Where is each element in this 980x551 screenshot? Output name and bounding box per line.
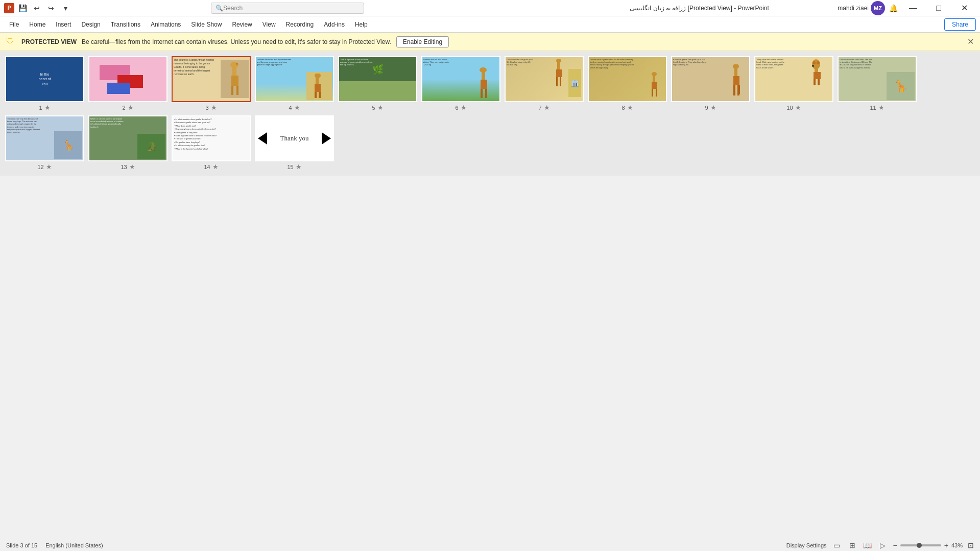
slide-wrapper-10: "They have two horns on their head. With…	[754, 56, 833, 111]
svg-rect-22	[652, 82, 657, 89]
slide-wrapper-11: Giraffes have an oiled skin. The skin is…	[838, 56, 917, 111]
window-title: 🔍	[211, 3, 625, 14]
slide-star-6[interactable]: ★	[461, 104, 467, 111]
slide-star-15[interactable]: ★	[296, 163, 302, 171]
search-bar[interactable]: 🔍	[211, 3, 364, 14]
menu-view[interactable]: View	[257, 19, 281, 30]
svg-rect-34	[814, 79, 816, 85]
menu-transitions[interactable]: Transitions	[106, 19, 146, 30]
undo-button[interactable]: ↩	[31, 2, 43, 14]
slide-num-row-5: 5 ★	[372, 104, 383, 111]
slide-star-8[interactable]: ★	[627, 104, 633, 111]
close-protected-bar-button[interactable]: ✕	[967, 37, 974, 46]
svg-rect-3	[236, 86, 238, 95]
slide-star-4[interactable]: ★	[294, 104, 300, 111]
menu-animations[interactable]: Animations	[146, 19, 186, 30]
slide-wrapper-1: In theheart ofYou 1 ★	[5, 56, 84, 111]
menu-insert[interactable]: Insert	[51, 19, 76, 30]
slide-num-row-9: 9 ★	[705, 104, 716, 111]
title-bar: P 💾 ↩ ↪ ▾ 🔍 زراﻓﻪ به زبان انگلیسی [Prote…	[0, 0, 980, 16]
slide-thumb-11[interactable]: Giraffes have an oiled skin. The skin is…	[838, 56, 917, 102]
menu-help[interactable]: Help	[350, 19, 373, 30]
slide-sorter-button[interactable]: ⊞	[847, 540, 857, 550]
slide-num-row-1: 1 ★	[39, 104, 50, 111]
zoom-out-button[interactable]: −	[893, 541, 897, 549]
slide-star-12[interactable]: ★	[46, 163, 52, 171]
slide-wrapper-5: 🌿 This is a picture of two or more anima…	[338, 56, 417, 111]
slide-thumb-13[interactable]: Water or carrots have to participate mor…	[88, 115, 168, 161]
protected-label: PROTECTED VIEW	[21, 38, 77, 45]
slide-star-10[interactable]: ★	[795, 104, 801, 111]
slide-star-5[interactable]: ★	[377, 104, 384, 111]
slide-thumb-5[interactable]: 🌿 This is a picture of two or more anima…	[338, 56, 417, 102]
svg-rect-24	[656, 89, 657, 97]
slide-thumb-14[interactable]: • In what weather does giraffe like to l…	[172, 115, 251, 161]
slide-thumb-1[interactable]: In theheart ofYou	[5, 56, 84, 102]
slide-star-1[interactable]: ★	[44, 104, 51, 111]
slide-num-row-11: 11 ★	[870, 104, 884, 111]
search-input[interactable]	[223, 5, 360, 12]
enable-editing-button[interactable]: Enable Editing	[396, 36, 449, 47]
slide-thumb-15[interactable]: Thank you	[255, 115, 334, 161]
slide-num-row-15: 15 ★	[287, 163, 301, 171]
menu-file[interactable]: File	[4, 19, 24, 30]
slide-thumb-9[interactable]: A female giraffe can grow up to 5.8 feet…	[671, 56, 750, 102]
menu-recording[interactable]: Recording	[281, 19, 319, 30]
close-button[interactable]: ✕	[952, 0, 976, 16]
share-button[interactable]: Share	[944, 18, 976, 31]
slide-thumb-7[interactable]: Giraffe calves can grow up to 6ft. Giraf…	[505, 56, 584, 102]
slide-thumb-4[interactable]: Giraffes live in hot and dry savannahs a…	[255, 56, 334, 102]
reading-view-button[interactable]: 📖	[863, 540, 873, 550]
svg-rect-18	[556, 77, 558, 86]
maximize-button[interactable]: □	[927, 0, 950, 16]
slideshow-button[interactable]: ▷	[878, 540, 888, 550]
save-button[interactable]: 💾	[16, 2, 29, 14]
slide-star-3[interactable]: ★	[211, 104, 217, 111]
menu-addins[interactable]: Add-ins	[319, 19, 350, 30]
menu-review[interactable]: Review	[227, 19, 257, 30]
zoom-slider[interactable]	[900, 544, 941, 546]
slide-wrapper-8: Giraffe have a great effect on the trees…	[588, 56, 667, 111]
slide-num-row-4: 4 ★	[289, 104, 300, 111]
slide-number-2: 2	[122, 105, 125, 111]
fit-to-window-button[interactable]: ⊡	[968, 541, 974, 549]
slide-number-11: 11	[870, 105, 876, 111]
menu-home[interactable]: Home	[24, 19, 51, 30]
svg-rect-17	[556, 69, 562, 77]
slide-thumb-8[interactable]: Giraffe have a great effect on the trees…	[588, 56, 667, 102]
svg-rect-1	[231, 76, 238, 86]
customize-qat-button[interactable]: ▾	[59, 2, 71, 14]
normal-view-button[interactable]: ▭	[832, 540, 842, 550]
zoom-in-button[interactable]: +	[944, 541, 948, 549]
slide-num-row-6: 6 ★	[455, 104, 466, 111]
slide-star-7[interactable]: ★	[544, 104, 550, 111]
title-bar-right: mahdi ziaei MZ 🔔 — □ ✕	[769, 0, 976, 16]
slide-star-14[interactable]: ★	[212, 163, 219, 171]
slide-star-13[interactable]: ★	[129, 163, 135, 171]
notifications-button[interactable]: 🔔	[887, 2, 899, 14]
slide-num-row-2: 2 ★	[122, 104, 133, 111]
slide-number-8: 8	[622, 105, 625, 111]
slide-star-9[interactable]: ★	[710, 104, 716, 111]
svg-point-36	[812, 59, 820, 69]
slide-num-row-14: 14 ★	[204, 163, 218, 171]
slide-thumb-10[interactable]: "They have two horns on their head. With…	[754, 56, 833, 102]
slide-thumb-2[interactable]	[88, 56, 168, 102]
menu-slideshow[interactable]: Slide Show	[186, 19, 227, 30]
slide-thumb-12[interactable]: They can run very fast because of those …	[5, 115, 84, 161]
slides-panel: In theheart ofYou 1 ★	[0, 51, 980, 176]
user-avatar[interactable]: MZ	[871, 1, 885, 15]
minimize-button[interactable]: —	[901, 0, 925, 16]
slide-number-9: 9	[705, 105, 708, 111]
slide-wrapper-9: A female giraffe can grow up to 5.8 feet…	[671, 56, 750, 111]
slide-thumb-3[interactable]: The giraffe is a large African hoofed ma…	[172, 56, 251, 102]
slide-star-2[interactable]: ★	[128, 104, 134, 111]
svg-point-30	[733, 64, 739, 69]
slide-number-13: 13	[121, 164, 127, 170]
slide-star-11[interactable]: ★	[878, 104, 885, 111]
display-settings-link[interactable]: Display Settings	[786, 542, 827, 548]
menu-design[interactable]: Design	[76, 19, 105, 30]
redo-button[interactable]: ↪	[45, 2, 57, 14]
slide-thumb-6[interactable]: Giraffes are tall and live in Africa. Th…	[421, 56, 500, 102]
slide-wrapper-12: They can run very fast because of those …	[5, 115, 84, 171]
